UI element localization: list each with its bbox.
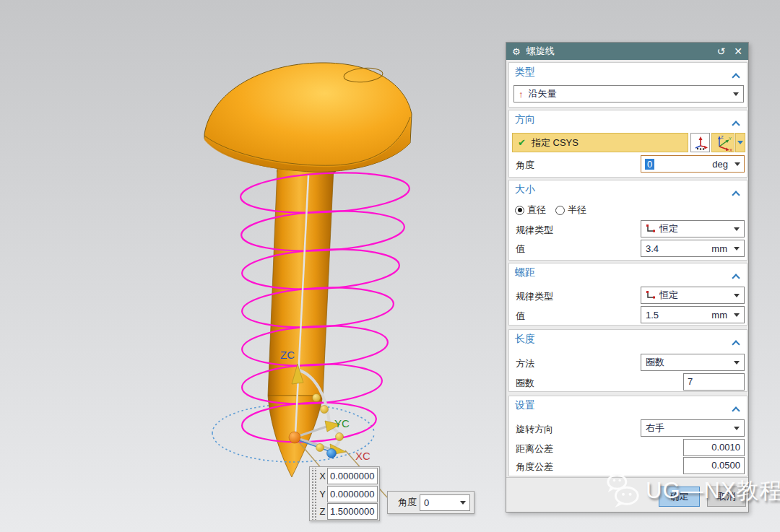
section-type: 类型 ↑ 沿矢量	[508, 62, 748, 108]
csys-dialog-icon	[693, 136, 708, 150]
turns-input[interactable]: 7	[683, 373, 745, 391]
screw-shaft[interactable]	[268, 167, 334, 396]
drag-handle[interactable]	[311, 468, 317, 520]
x-axis-point-handle[interactable]	[327, 449, 337, 458]
cancel-button[interactable]: 取消	[707, 487, 746, 507]
distance-tolerance-label: 距离公差	[516, 442, 553, 455]
chevron-down-icon	[737, 141, 743, 144]
rotation-direction-value: 右手	[646, 422, 734, 435]
z-coord-input[interactable]: 1.5000000	[327, 503, 378, 520]
collapse-chevron-icon[interactable]	[733, 337, 739, 350]
x-coord-input[interactable]: 0.0000000	[327, 468, 378, 484]
section-size-header: 大小	[515, 183, 535, 196]
svg-text:X: X	[729, 148, 732, 152]
zc-axis-label: ZC	[280, 349, 295, 361]
section-length: 长度 方法 圈数 圈数 7	[508, 329, 748, 392]
law-type-label: 规律类型	[516, 224, 553, 237]
section-pitch-header: 螺距	[515, 266, 535, 279]
angle-unit: deg	[712, 159, 728, 170]
screw-model[interactable]	[204, 63, 412, 477]
radius-radio[interactable]	[555, 206, 565, 215]
section-type-header: 类型	[515, 66, 535, 79]
pitch-value-label: 值	[516, 310, 525, 323]
angle-box-value: 0	[424, 497, 429, 508]
svg-text:Y: Y	[729, 136, 732, 141]
collapse-chevron-icon[interactable]	[733, 404, 739, 417]
reset-button[interactable]: ↺	[717, 46, 726, 56]
dialog-titlebar[interactable]: ⚙ 螺旋线 ↺ ✕	[506, 43, 748, 60]
rotation-angle-box[interactable]: 角度 0	[387, 491, 474, 514]
constant-law-icon	[646, 224, 655, 233]
section-settings-header: 设置	[515, 399, 535, 412]
y-coord-input[interactable]: 0.0000000	[327, 486, 378, 502]
rotate-ball-handle[interactable]	[336, 433, 344, 441]
ok-button[interactable]: 确定	[659, 487, 700, 507]
angle-input-field[interactable]: 0 deg	[641, 155, 745, 173]
angle-box-label: 角度	[398, 496, 417, 509]
angle-tolerance-input[interactable]: 0.0500	[683, 457, 745, 474]
law-type-label: 规律类型	[516, 290, 553, 303]
nx-application-window: { "viewport": { "axis_triad": { "zc": "Z…	[0, 0, 780, 532]
diameter-radio[interactable]	[515, 206, 524, 215]
type-dropdown-value: 沿矢量	[529, 87, 734, 100]
vector-arrow-icon: ↑	[519, 89, 524, 100]
size-value-label: 值	[516, 243, 525, 256]
angle-value-selected: 0	[645, 159, 654, 170]
gear-icon: ⚙	[512, 46, 521, 57]
coord-row-z: Z 1.5000000	[318, 503, 378, 520]
chevron-down-icon[interactable]	[734, 227, 740, 231]
constant-law-icon	[646, 291, 655, 300]
z-coord-label: Z	[318, 506, 327, 517]
rotate-ball-handle[interactable]	[316, 444, 324, 452]
rotation-direction-label: 旋转方向	[516, 423, 553, 436]
csys-triad-icon: Z Y X	[714, 134, 732, 152]
chevron-down-icon[interactable]	[734, 313, 740, 317]
pitch-law-dropdown[interactable]: 恒定	[641, 287, 745, 304]
chevron-down-icon[interactable]	[734, 427, 740, 430]
section-pitch: 螺距 规律类型 恒定 值 1.5 mm	[508, 263, 748, 326]
collapse-chevron-icon[interactable]	[733, 118, 739, 131]
collapse-chevron-icon[interactable]	[733, 271, 739, 284]
y-coord-label: Y	[318, 489, 327, 500]
rotation-direction-dropdown[interactable]: 右手	[641, 419, 745, 437]
distance-tolerance-input[interactable]: 0.0010	[683, 439, 745, 456]
origin-point-handle[interactable]	[289, 432, 300, 443]
collapse-chevron-icon[interactable]	[733, 70, 739, 83]
angle-tolerance-label: 角度公差	[516, 461, 553, 474]
pitch-unit: mm	[711, 310, 727, 320]
specify-csys-field[interactable]: ✔ 指定 CSYS	[512, 133, 688, 152]
pitch-law-value: 恒定	[659, 289, 734, 302]
collapse-chevron-icon[interactable]	[733, 188, 739, 201]
size-value-field[interactable]: 3.4 mm	[641, 240, 745, 257]
section-size: 大小 直径 半径 规律类型 恒定 值 3.4 mm	[508, 180, 748, 261]
chevron-down-icon[interactable]	[734, 294, 740, 297]
dialog-footer: 确定 取消	[506, 477, 748, 512]
check-icon: ✔	[518, 137, 526, 148]
close-button[interactable]: ✕	[734, 46, 742, 56]
diameter-radio-label: 直径	[527, 204, 546, 217]
pitch-value-field[interactable]: 1.5 mm	[641, 306, 745, 323]
csys-options-button[interactable]	[735, 133, 745, 152]
radius-radio-label: 半径	[568, 204, 586, 217]
csys-dialog-button[interactable]	[690, 133, 710, 152]
xc-axis-label: XC	[355, 450, 370, 462]
coord-row-x: X 0.0000000	[318, 468, 378, 484]
method-value: 圈数	[646, 356, 734, 369]
type-dropdown[interactable]: ↑ 沿矢量	[514, 85, 744, 103]
section-direction: 方向 ✔ 指定 CSYS Z	[508, 110, 748, 178]
section-settings: 设置 旋转方向 右手 距离公差 0.0010 角度公差 0.0500	[508, 396, 748, 476]
size-law-dropdown[interactable]: 恒定	[641, 220, 745, 237]
helix-dialog: ⚙ 螺旋线 ↺ ✕ 类型 ↑ 沿矢量 方向 ✔ 指定 CSYS	[506, 42, 749, 513]
method-dropdown[interactable]: 圈数	[641, 354, 745, 371]
chevron-down-icon[interactable]	[734, 361, 740, 365]
chevron-down-icon[interactable]	[734, 247, 740, 250]
chevron-down-icon[interactable]	[733, 92, 739, 96]
chevron-down-icon[interactable]	[734, 162, 740, 166]
inferred-csys-button[interactable]: Z Y X	[711, 133, 734, 152]
chevron-down-icon[interactable]	[460, 501, 466, 505]
method-label: 方法	[516, 357, 534, 370]
angle-box-combo[interactable]: 0	[420, 494, 470, 511]
rotate-ball-handle[interactable]	[313, 394, 321, 402]
rotate-ball-handle[interactable]	[321, 406, 329, 414]
origin-coordinate-box[interactable]: X 0.0000000 Y 0.0000000 Z 1.5000000	[309, 466, 380, 521]
